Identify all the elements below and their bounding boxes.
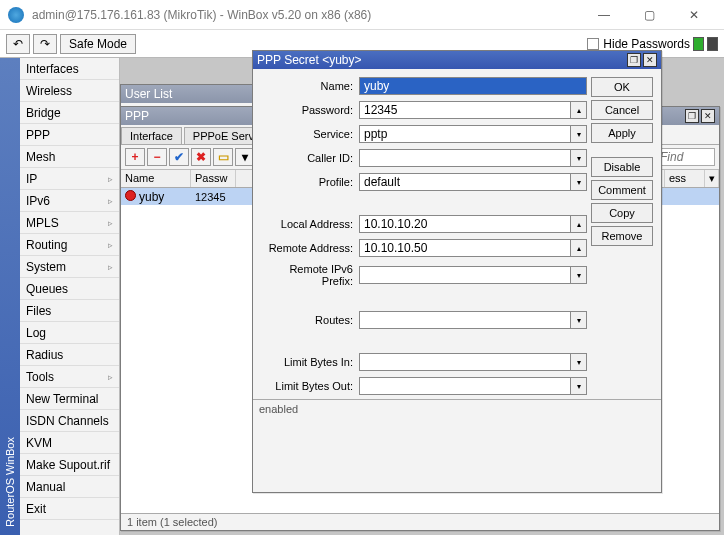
limitin-expand-icon[interactable]: ▾ <box>571 353 587 371</box>
led-green-icon <box>693 37 704 51</box>
sidebar-item-ppp[interactable]: PPP <box>20 124 119 146</box>
cancel-button[interactable]: Cancel <box>591 100 653 120</box>
remote-field[interactable] <box>359 239 571 257</box>
service-label: Service: <box>259 128 359 140</box>
row-password: 12345 <box>191 191 236 203</box>
app-titlebar: admin@175.176.161.83 (MikroTik) - WinBox… <box>0 0 724 30</box>
remote-collapse-icon[interactable]: ▴ <box>571 239 587 257</box>
sidebar-item-log[interactable]: Log <box>20 322 119 344</box>
password-label: Password: <box>259 104 359 116</box>
caller-field[interactable] <box>359 149 571 167</box>
service-dropdown-icon[interactable]: ▾ <box>571 125 587 143</box>
caller-label: Caller ID: <box>259 152 359 164</box>
sidebar: InterfacesWirelessBridgePPPMeshIPIPv6MPL… <box>20 58 120 535</box>
row-name: yuby <box>139 190 164 204</box>
sidebar-item-interfaces[interactable]: Interfaces <box>20 58 119 80</box>
app-title: admin@175.176.161.83 (MikroTik) - WinBox… <box>32 8 582 22</box>
limitin-field[interactable] <box>359 353 571 371</box>
sidebar-item-new-terminal[interactable]: New Terminal <box>20 388 119 410</box>
password-field[interactable] <box>359 101 571 119</box>
comment-button[interactable]: ▭ <box>213 148 233 166</box>
find-input[interactable] <box>655 148 715 166</box>
undo-button[interactable]: ↶ <box>6 34 30 54</box>
safe-mode-button[interactable]: Safe Mode <box>60 34 136 54</box>
sidebar-item-exit[interactable]: Exit <box>20 498 119 520</box>
routes-field[interactable] <box>359 311 571 329</box>
copy-button[interactable]: Copy <box>591 203 653 223</box>
col-password[interactable]: Passw <box>191 170 236 187</box>
sidebar-item-wireless[interactable]: Wireless <box>20 80 119 102</box>
maximize-button[interactable]: ▢ <box>627 1 671 29</box>
ppp-secret-dialog[interactable]: PPP Secret <yuby> ❐ ✕ Name: Password: ▴ … <box>252 50 662 493</box>
secret-close-icon[interactable]: ✕ <box>643 53 657 67</box>
hide-passwords-checkbox[interactable] <box>587 38 599 50</box>
sidebar-item-kvm[interactable]: KVM <box>20 432 119 454</box>
profile-label: Profile: <box>259 176 359 188</box>
vertical-tab: RouterOS WinBox <box>0 58 20 535</box>
local-field[interactable] <box>359 215 571 233</box>
app-icon <box>8 7 24 23</box>
name-field[interactable] <box>359 77 587 95</box>
local-collapse-icon[interactable]: ▴ <box>571 215 587 233</box>
ppp-close-icon[interactable]: ✕ <box>701 109 715 123</box>
ppp-restore-icon[interactable]: ❐ <box>685 109 699 123</box>
routes-label: Routes: <box>259 314 359 326</box>
sidebar-item-files[interactable]: Files <box>20 300 119 322</box>
vertical-tab-label: RouterOS WinBox <box>4 429 16 535</box>
ppp-statusbar: 1 item (1 selected) <box>121 513 719 530</box>
limitin-label: Limit Bytes In: <box>259 356 359 368</box>
profile-field[interactable] <box>359 173 571 191</box>
enable-button[interactable]: ✔ <box>169 148 189 166</box>
sidebar-item-ip[interactable]: IP <box>20 168 119 190</box>
sidebar-item-mesh[interactable]: Mesh <box>20 146 119 168</box>
apply-button[interactable]: Apply <box>591 123 653 143</box>
sidebar-item-bridge[interactable]: Bridge <box>20 102 119 124</box>
col-menu[interactable]: ▾ <box>705 170 719 187</box>
secret-title: PPP Secret <yuby> <box>257 53 625 67</box>
user-list-window[interactable]: User List <box>120 84 270 108</box>
disable-button[interactable]: ✖ <box>191 148 211 166</box>
col-ess[interactable]: ess <box>665 170 705 187</box>
secret-restore-icon[interactable]: ❐ <box>627 53 641 67</box>
password-collapse-icon[interactable]: ▴ <box>571 101 587 119</box>
routes-expand-icon[interactable]: ▾ <box>571 311 587 329</box>
user-icon <box>125 190 136 201</box>
sidebar-item-system[interactable]: System <box>20 256 119 278</box>
sidebar-item-mpls[interactable]: MPLS <box>20 212 119 234</box>
sidebar-item-manual[interactable]: Manual <box>20 476 119 498</box>
remote6-label: Remote IPv6 Prefix: <box>259 263 359 287</box>
comment-button[interactable]: Comment <box>591 180 653 200</box>
name-label: Name: <box>259 80 359 92</box>
remote6-expand-icon[interactable]: ▾ <box>571 266 587 284</box>
minimize-button[interactable]: — <box>582 1 626 29</box>
sidebar-item-queues[interactable]: Queues <box>20 278 119 300</box>
remove-button[interactable]: − <box>147 148 167 166</box>
remove-button[interactable]: Remove <box>591 226 653 246</box>
workarea: User List PPP ❐ ✕ Interface PPPoE Server… <box>120 58 724 535</box>
sidebar-item-radius[interactable]: Radius <box>20 344 119 366</box>
redo-button[interactable]: ↷ <box>33 34 57 54</box>
secret-status: enabled <box>253 399 661 418</box>
profile-dropdown-icon[interactable]: ▾ <box>571 173 587 191</box>
ok-button[interactable]: OK <box>591 77 653 97</box>
col-name[interactable]: Name <box>121 170 191 187</box>
caller-expand-icon[interactable]: ▾ <box>571 149 587 167</box>
local-label: Local Address: <box>259 218 359 230</box>
close-button[interactable]: ✕ <box>672 1 716 29</box>
sidebar-item-tools[interactable]: Tools <box>20 366 119 388</box>
sidebar-item-isdn-channels[interactable]: ISDN Channels <box>20 410 119 432</box>
remote6-field[interactable] <box>359 266 571 284</box>
limitout-expand-icon[interactable]: ▾ <box>571 377 587 395</box>
add-button[interactable]: + <box>125 148 145 166</box>
led-dark-icon <box>707 37 718 51</box>
sidebar-item-make-supout-rif[interactable]: Make Supout.rif <box>20 454 119 476</box>
sidebar-item-routing[interactable]: Routing <box>20 234 119 256</box>
limitout-label: Limit Bytes Out: <box>259 380 359 392</box>
remote-label: Remote Address: <box>259 242 359 254</box>
service-field[interactable] <box>359 125 571 143</box>
disable-button[interactable]: Disable <box>591 157 653 177</box>
user-list-title: User List <box>125 87 265 101</box>
sidebar-item-ipv6[interactable]: IPv6 <box>20 190 119 212</box>
tab-interface[interactable]: Interface <box>121 127 182 144</box>
limitout-field[interactable] <box>359 377 571 395</box>
